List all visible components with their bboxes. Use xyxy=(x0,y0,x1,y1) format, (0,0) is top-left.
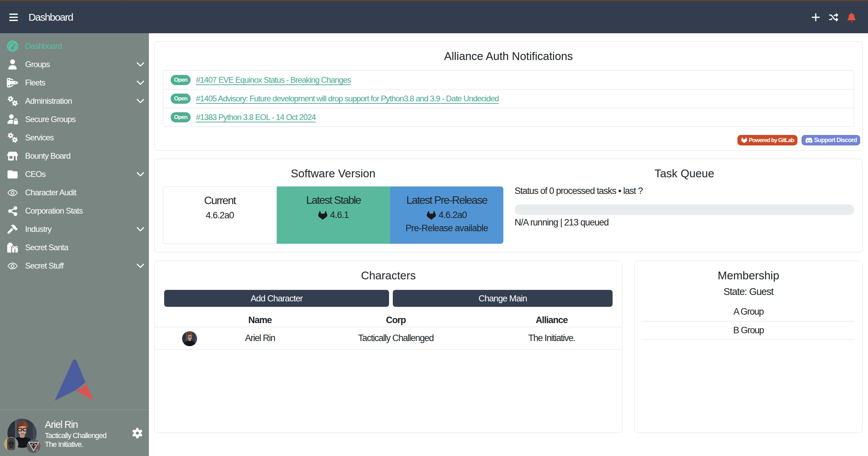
sidebar-item-corporation-stats[interactable]: Corporation Stats xyxy=(0,202,149,220)
user-name: Ariel Rin xyxy=(45,419,106,431)
column-header-name: Name xyxy=(210,314,311,327)
support-discord-badge[interactable]: Support Discord xyxy=(802,135,860,145)
sidebar-item-label: Industry xyxy=(25,224,137,234)
column-header-alliance: Alliance xyxy=(481,314,622,327)
gifts-icon xyxy=(0,242,25,253)
sidebar-item-label: Secure Groups xyxy=(25,115,144,124)
chevron-down-icon xyxy=(137,62,144,67)
status-badge: Open xyxy=(171,112,191,122)
sidebar-item-ceos[interactable]: CEOs xyxy=(0,165,149,183)
task-queue-counts: N/A running | 213 queued xyxy=(515,217,854,228)
sidebar-item-label: Groups xyxy=(25,60,137,69)
user-settings-button[interactable] xyxy=(132,428,142,438)
sidebar-item-label: Dashboard xyxy=(25,41,144,51)
sidebar-item-administration[interactable]: Administration xyxy=(0,92,149,110)
navbar-actions xyxy=(812,13,856,22)
add-button[interactable] xyxy=(812,13,820,21)
version-current-value: 4.6.2a0 xyxy=(206,210,234,221)
version-stable-value: 4.6.1 xyxy=(330,210,349,220)
sidebar-item-bounty-board[interactable]: Bounty Board xyxy=(0,147,149,165)
characters-title: Characters xyxy=(155,269,622,282)
sidebar-item-label: Bounty Board xyxy=(25,151,144,161)
notification-link[interactable]: #1405 Advisory: Future development will … xyxy=(196,94,499,103)
gitlab-tanuki-icon xyxy=(318,211,327,220)
notification-row: Open #1383 Python 3.8 EOL - 14 Oct 2024 xyxy=(163,108,854,126)
character-portrait-thumb xyxy=(182,331,197,346)
user-corporation: Tactically Challenged xyxy=(45,431,106,440)
sidebar-item-label: Corporation Stats xyxy=(25,206,144,216)
version-prerelease-label: Latest Pre-Release xyxy=(390,194,503,206)
eye-icon xyxy=(0,189,25,197)
membership-state: State: Guest xyxy=(643,286,854,297)
notification-footer-badges: Powered by GitLab Support Discord xyxy=(163,135,860,145)
version-stable: Latest Stable 4.6.1 xyxy=(277,186,390,244)
version-stable-label: Latest Stable xyxy=(277,194,390,206)
sidebar-toggle-button[interactable] xyxy=(9,13,18,22)
corp-logo xyxy=(4,437,18,451)
sidebar-item-fleets[interactable]: Fleets xyxy=(0,74,149,92)
sidebar-item-label: CEOs xyxy=(25,170,137,179)
user-lock-icon xyxy=(0,114,25,124)
gitlab-badge-label: Powered by GitLab xyxy=(749,137,794,144)
membership-panel: Membership State: Guest A Group B Group xyxy=(634,261,863,433)
notification-row: Open #1405 Advisory: Future development … xyxy=(163,89,854,108)
column-header-corp: Corp xyxy=(310,314,481,327)
sidebar-item-services[interactable]: Services xyxy=(0,128,149,147)
shuffle-button[interactable] xyxy=(829,13,838,21)
sidebar-item-dashboard[interactable]: Dashboard xyxy=(0,37,149,55)
gear-icon xyxy=(132,428,142,438)
page-title: Dashboard xyxy=(28,12,73,23)
version-prerelease: Latest Pre-Release 4.6.2a0 Pre-Release a… xyxy=(390,186,503,244)
status-badge: Open xyxy=(171,94,191,104)
software-version-title: Software Version xyxy=(163,167,503,180)
shop-icon xyxy=(0,152,25,161)
folder-icon xyxy=(0,170,25,179)
change-main-button[interactable]: Change Main xyxy=(393,290,613,307)
group-name: A Group xyxy=(643,303,854,321)
character-name: Ariel Rin xyxy=(210,327,311,349)
sidebar-item-secure-groups[interactable]: Secure Groups xyxy=(0,110,149,128)
shuffle-icon xyxy=(829,13,838,21)
task-queue-title: Task Queue xyxy=(515,167,854,180)
characters-table: Name Corp Alliance Ariel Rin Tactically … xyxy=(155,314,622,350)
sidebar-item-character-audit[interactable]: Character Audit xyxy=(0,183,149,202)
alliance-logo xyxy=(27,439,40,453)
character-alliance: The Initiative. xyxy=(481,327,622,349)
sidebar-item-label: Secret Stuff xyxy=(25,261,137,271)
notification-row: Open #1407 EVE Equinox Status - Breaking… xyxy=(163,71,854,89)
membership-title: Membership xyxy=(643,269,854,282)
chevron-down-icon xyxy=(137,226,144,232)
discord-badge-label: Support Discord xyxy=(814,137,857,144)
notifications-button[interactable] xyxy=(847,13,856,22)
notification-link[interactable]: #1383 Python 3.8 EOL - 14 Oct 2024 xyxy=(196,113,315,122)
chevron-down-icon xyxy=(137,80,144,85)
sidebar: Dashboard Groups Fleets Administration S… xyxy=(0,33,149,456)
user-icon xyxy=(0,59,25,70)
user-alliance: The Initiative. xyxy=(45,440,106,449)
sidebar-menu: Dashboard Groups Fleets Administration S… xyxy=(0,33,149,275)
software-version-panel: Software Version Current 4.6.2a0 Latest … xyxy=(163,167,503,244)
hammer-icon xyxy=(0,224,25,234)
share-nodes-icon xyxy=(0,206,25,216)
sidebar-item-label: Services xyxy=(25,133,144,142)
main-content: Alliance Auth Notifications Open #1407 E… xyxy=(149,33,868,456)
character-row: Ariel Rin Tactically Challenged The Init… xyxy=(155,327,622,349)
notifications-title: Alliance Auth Notifications xyxy=(163,50,854,63)
space-shuttle-icon xyxy=(0,78,25,87)
discord-icon xyxy=(805,138,813,143)
top-navbar: Dashboard xyxy=(0,1,868,33)
add-character-button[interactable]: Add Character xyxy=(164,290,389,307)
sidebar-item-label: Administration xyxy=(25,96,137,106)
character-corp: Tactically Challenged xyxy=(310,327,481,349)
notification-link[interactable]: #1407 EVE Equinox Status - Breaking Chan… xyxy=(196,75,351,85)
chevron-down-icon xyxy=(137,98,144,104)
task-queue-panel: Task Queue Status of 0 processed tasks •… xyxy=(515,167,854,244)
sidebar-item-industry[interactable]: Industry xyxy=(0,220,149,238)
sidebar-item-secret-stuff[interactable]: Secret Stuff xyxy=(0,257,149,275)
software-task-panel: Software Version Current 4.6.2a0 Latest … xyxy=(154,159,863,253)
powered-by-gitlab-badge[interactable]: Powered by GitLab xyxy=(737,135,797,145)
chevron-down-icon xyxy=(137,172,144,177)
bell-icon xyxy=(847,13,856,22)
sidebar-item-groups[interactable]: Groups xyxy=(0,55,149,74)
sidebar-item-secret-santa[interactable]: Secret Santa xyxy=(0,238,149,257)
